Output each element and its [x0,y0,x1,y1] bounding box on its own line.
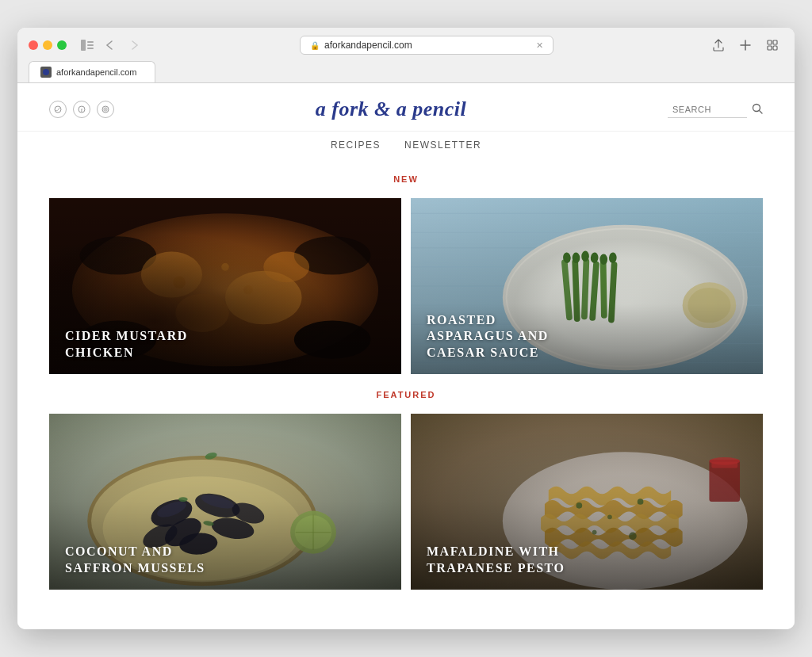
browser-chrome: 🔒 aforkandapencil.com ✕ [17,28,795,83]
search-area [668,101,763,118]
active-tab[interactable]: aforkandapencil.com [29,61,155,82]
url-text: aforkandapencil.com [324,40,412,51]
back-button[interactable] [98,36,121,55]
nav-recipes[interactable]: RECIPES [331,139,381,151]
share-button[interactable] [707,36,730,55]
browser-nav [79,36,146,55]
svg-rect-13 [104,108,107,111]
address-bar[interactable]: 🔒 aforkandapencil.com ✕ [300,36,553,55]
browser-actions [707,36,783,55]
featured-section-label: FEATURED [49,390,763,399]
featured-recipes-grid: COCONUT ANDSAFFRON MUSSELS [49,411,763,593]
svg-point-9 [55,106,61,113]
site-title: a fork & a pencil [316,97,467,121]
close-tab-icon[interactable]: ✕ [536,40,543,51]
recipe-card-pasta[interactable]: MAFALDINE WITHTRAPANESE PESTO [411,411,763,593]
maximize-button[interactable] [57,40,67,50]
browser-tabs: aforkandapencil.com [29,61,783,82]
facebook-social-icon[interactable]: f [73,101,90,118]
asparagus-title: ROASTEDASPARAGUS ANDCAESAR SAUCE [411,296,763,377]
social-icons: f [49,101,114,118]
tab-title: aforkandapencil.com [56,67,137,77]
svg-rect-2 [87,44,94,46]
svg-rect-4 [768,40,772,44]
close-button[interactable] [29,40,38,50]
cider-chicken-title: CIDER MUSTARDCHICKEN [49,312,401,377]
website-content: f a fork & a pencil [17,83,795,629]
tab-favicon [40,67,52,78]
site-header: f a fork & a pencil [17,83,795,132]
mussels-title: COCONUT ANDSAFFRON MUSSELS [49,528,401,593]
site-content: NEW [17,174,795,629]
svg-rect-3 [87,48,94,49]
lock-icon: 🔒 [310,41,320,50]
svg-rect-5 [773,40,777,44]
site-nav: RECIPES NEWSLETTER [17,132,795,162]
pasta-title: MAFALDINE WITHTRAPANESE PESTO [411,528,763,593]
nav-newsletter[interactable]: NEWSLETTER [404,139,481,151]
search-button[interactable] [752,103,763,117]
recipe-card-asparagus[interactable]: ROASTEDASPARAGUS ANDCAESAR SAUCE [411,195,763,377]
sidebar-toggle-icon[interactable] [79,37,95,53]
tab-overview-button[interactable] [761,36,783,55]
svg-rect-1 [87,41,94,43]
svg-rect-7 [773,46,777,50]
svg-point-8 [43,69,49,75]
new-recipes-grid: CIDER MUSTARDCHICKEN [49,195,763,377]
forward-button[interactable] [124,36,146,55]
svg-rect-0 [81,40,86,51]
traffic-lights [29,40,67,50]
new-section-label: NEW [49,174,763,184]
instagram-social-icon[interactable] [97,101,114,118]
recipe-card-mussels[interactable]: COCONUT ANDSAFFRON MUSSELS [49,411,401,593]
search-input[interactable] [668,101,747,118]
recipe-card-cider-chicken[interactable]: CIDER MUSTARDCHICKEN [49,195,401,377]
svg-rect-6 [768,46,772,50]
address-bar-wrap: 🔒 aforkandapencil.com ✕ [154,36,699,55]
svg-point-14 [105,109,106,110]
new-tab-button[interactable] [734,36,756,55]
svg-point-12 [102,106,109,113]
svg-text:f: f [81,108,83,113]
browser-window: 🔒 aforkandapencil.com ✕ [17,28,795,629]
minimize-button[interactable] [43,40,52,50]
twitter-social-icon[interactable] [49,101,67,118]
